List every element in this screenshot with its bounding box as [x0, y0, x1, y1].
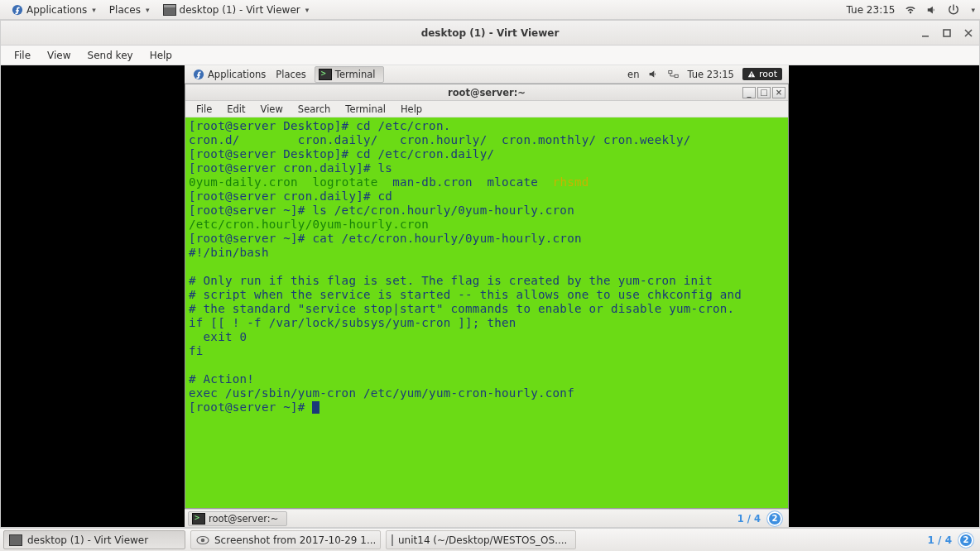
inner-desktop: Applications Places Terminal en — [185, 65, 789, 527]
terminal-menu-terminal[interactable]: Terminal — [338, 102, 393, 117]
term-line: # Action! — [189, 372, 254, 386]
workspace-label[interactable]: 1 / 4 — [928, 534, 952, 546]
outer-task-virtviewer[interactable]: desktop (1) - Virt Viewer — [3, 530, 185, 549]
virt-viewer-title: desktop (1) - Virt Viewer — [1, 27, 979, 39]
inner-places-label: Places — [276, 69, 306, 80]
inner-bottom-panel: root@server:~ 1 / 4 2 — [185, 509, 789, 527]
terminal-menubar: File Edit View Search Terminal Help — [185, 101, 788, 117]
term-line: # the standard "service stop|start" comm… — [189, 302, 734, 315]
virt-viewer-titlebar[interactable]: desktop (1) - Virt Viewer — [1, 21, 979, 46]
warning-icon — [747, 70, 756, 79]
term-line: logrotate — [312, 175, 377, 189]
terminal-menu-file[interactable]: File — [189, 102, 219, 117]
svg-rect-2 — [944, 30, 950, 36]
network-icon[interactable] — [667, 69, 679, 80]
terminal-window: root@server:~ _ □ × File Edit View Searc… — [185, 84, 789, 509]
wifi-icon[interactable] — [905, 4, 916, 16]
svg-point-9 — [201, 538, 205, 542]
term-line: man-db.cron mlocate — [378, 175, 553, 189]
outer-top-panel: Applications ▾ Places ▾ desktop (1) - Vi… — [0, 0, 980, 20]
terminal-menu-edit[interactable]: Edit — [219, 102, 252, 117]
maximize-button[interactable] — [941, 27, 953, 39]
terminal-close-button[interactable]: × — [772, 87, 785, 98]
workspace-label[interactable]: 1 / 4 — [737, 513, 761, 525]
outer-bottom-panel: desktop (1) - Virt Viewer Screenshot fro… — [0, 528, 980, 551]
terminal-menu-help[interactable]: Help — [393, 102, 430, 117]
menu-sendkey[interactable]: Send key — [79, 47, 142, 64]
task-label: Screenshot from 2017-10-29 1... — [214, 534, 376, 546]
term-line — [298, 175, 313, 189]
minimize-button[interactable] — [920, 27, 931, 39]
text-editor-icon — [392, 534, 393, 546]
term-line: # Only run if this flag is set. The flag… — [189, 274, 713, 287]
svg-rect-7 — [751, 75, 752, 76]
outer-places-label: Places — [109, 4, 141, 16]
term-line: [root@server cron.daily]# ls — [189, 161, 392, 175]
menu-file[interactable]: File — [6, 47, 39, 64]
terminal-titlebar[interactable]: root@server:~ _ □ × — [185, 84, 788, 101]
term-line: cron.d/ cron.daily/ cron.hourly/ cron.mo… — [189, 133, 691, 146]
dropdown-icon: ▾ — [146, 6, 150, 14]
term-line: /etc/cron.hourly/0yum-hourly.cron — [189, 218, 429, 231]
task-label: desktop (1) - Virt Viewer — [27, 534, 148, 546]
input-lang-indicator[interactable]: en — [627, 69, 639, 80]
inner-top-panel: Applications Places Terminal en — [185, 65, 789, 84]
fedora-logo-icon — [193, 69, 204, 80]
menu-help[interactable]: Help — [142, 47, 180, 64]
term-line: #!/bin/bash — [189, 246, 269, 259]
inner-task-terminal[interactable]: root@server:~ — [188, 511, 287, 526]
terminal-menu-search[interactable]: Search — [291, 102, 339, 117]
term-line: fi — [189, 344, 204, 357]
guest-display[interactable]: Applications Places Terminal en — [1, 65, 979, 527]
term-line: # script when the service is started -- … — [189, 288, 742, 301]
term-line: rhsmd — [553, 175, 589, 189]
menu-view[interactable]: View — [39, 47, 79, 64]
outer-applications-menu[interactable]: Applications ▾ — [5, 0, 103, 20]
outer-clock[interactable]: Tue 23:15 — [847, 4, 896, 16]
outer-active-window-indicator[interactable]: desktop (1) - Virt Viewer ▾ — [156, 0, 316, 20]
inner-applications-menu[interactable]: Applications — [188, 65, 271, 84]
inner-task-label: root@server:~ — [209, 513, 278, 525]
terminal-icon — [192, 513, 205, 525]
term-line: exit 0 — [189, 330, 247, 343]
dropdown-icon: ▾ — [92, 6, 96, 14]
inner-clock[interactable]: Tue 23:15 — [687, 69, 733, 80]
terminal-minimize-button[interactable]: _ — [742, 87, 756, 98]
svg-rect-5 — [675, 74, 678, 77]
power-icon[interactable] — [948, 4, 959, 16]
close-button[interactable] — [963, 27, 974, 39]
term-line: if [[ ! -f /var/lock/subsys/yum-cron ]];… — [189, 316, 516, 329]
term-line: 0yum-daily.cron — [189, 175, 298, 189]
terminal-body[interactable]: [root@server Desktop]# cd /etc/cron. cro… — [185, 117, 788, 508]
outer-task-screenshot[interactable]: Screenshot from 2017-10-29 1... — [190, 530, 381, 549]
outer-places-menu[interactable]: Places ▾ — [103, 0, 156, 20]
virt-viewer-window: desktop (1) - Virt Viewer File View Send… — [0, 20, 980, 528]
dropdown-icon: ▾ — [305, 6, 310, 14]
term-line: exec /usr/sbin/yum-cron /etc/yum/yum-cro… — [189, 386, 574, 400]
volume-icon[interactable] — [926, 4, 938, 16]
terminal-icon — [319, 69, 332, 80]
user-label: root — [759, 69, 777, 79]
image-viewer-icon — [196, 534, 209, 546]
workspace-badge[interactable]: 2 — [958, 533, 973, 548]
outer-task-gedit[interactable]: unit14 (~/Desktop/WESTOS_OS.... — [386, 530, 576, 549]
fedora-logo-icon — [12, 4, 23, 16]
inner-applications-label: Applications — [208, 69, 266, 80]
term-line: [root@server Desktop]# cd /etc/cron. — [189, 119, 451, 132]
window-icon — [163, 4, 176, 16]
inner-places-menu[interactable]: Places — [271, 65, 311, 84]
term-line: [root@server Desktop]# cd /etc/cron.dail… — [189, 147, 494, 161]
inner-active-window-indicator[interactable]: Terminal — [315, 66, 385, 83]
window-icon — [9, 534, 22, 546]
dropdown-icon[interactable]: ▾ — [971, 6, 975, 14]
workspace-badge[interactable]: 2 — [767, 511, 782, 526]
volume-icon[interactable] — [647, 69, 659, 80]
terminal-menu-view[interactable]: View — [253, 102, 291, 117]
terminal-maximize-button[interactable]: □ — [757, 87, 771, 98]
user-badge[interactable]: root — [742, 68, 782, 80]
svg-rect-4 — [669, 70, 672, 73]
outer-applications-label: Applications — [26, 4, 87, 16]
virt-viewer-menubar: File View Send key Help — [1, 46, 979, 65]
outer-active-window-label: desktop (1) - Virt Viewer — [180, 4, 300, 16]
term-line: [root@server ~]# — [189, 400, 312, 414]
